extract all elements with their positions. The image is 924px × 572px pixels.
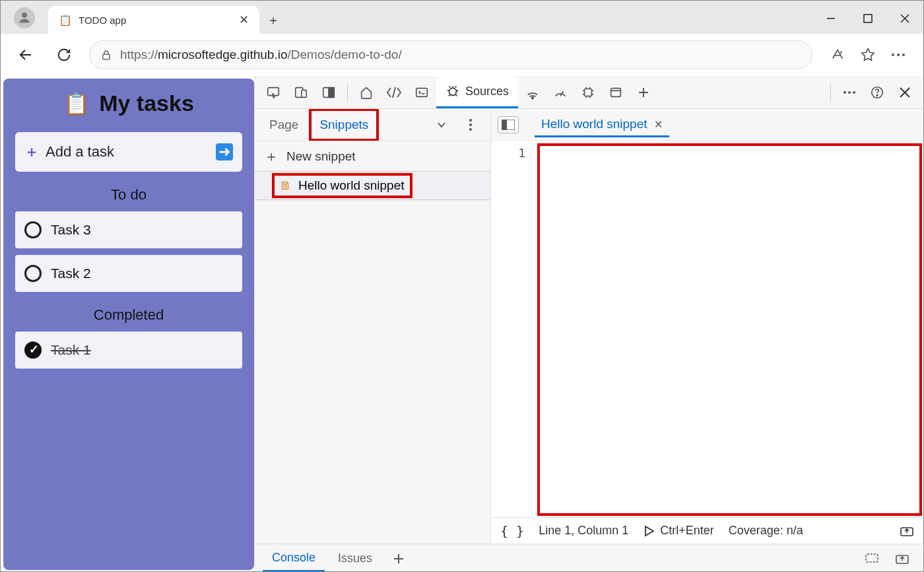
new-tab-button[interactable]: ＋ <box>259 6 287 34</box>
task-label: Task 2 <box>51 266 91 281</box>
window-maximize-button[interactable] <box>849 3 886 34</box>
new-snippet-button[interactable]: ＋ New snippet <box>255 141 490 171</box>
window-close-button[interactable] <box>886 3 923 34</box>
browser-tab-title: TODO app <box>79 15 230 26</box>
snippet-item[interactable]: 🗎 Hello world snippet <box>255 171 490 200</box>
run-snippet-button[interactable]: Ctrl+Enter <box>643 524 714 538</box>
highlight-box <box>537 143 922 516</box>
svg-point-29 <box>469 128 472 131</box>
task-label: Task 3 <box>51 222 91 238</box>
devtools-toolbar: Sources <box>255 76 923 109</box>
svg-rect-4 <box>103 54 110 59</box>
coverage-status: Coverage: n/a <box>729 524 803 538</box>
url-text: https://microsoftedge.github.io/Demos/de… <box>120 48 402 62</box>
app-panel: 📋 My tasks ＋ Add a task ➜ To do Task 3 T… <box>3 79 254 570</box>
add-task-input[interactable]: ＋ Add a task ➜ <box>15 132 242 172</box>
add-task-label: Add a task <box>46 143 114 161</box>
svg-point-28 <box>469 124 472 126</box>
svg-point-5 <box>892 54 894 56</box>
toggle-navigator-button[interactable] <box>498 116 519 133</box>
pretty-print-button[interactable]: { } <box>500 523 524 539</box>
submit-task-button[interactable]: ➜ <box>216 143 233 161</box>
lock-icon <box>100 49 112 61</box>
editor-tab-label: Hello world snippet <box>541 117 647 131</box>
task-item[interactable]: Task 2 <box>15 255 242 292</box>
window-minimize-button[interactable] <box>812 3 849 34</box>
svg-point-15 <box>532 96 534 98</box>
clipboard-icon: 📋 <box>63 91 90 116</box>
memory-tab-icon[interactable] <box>575 79 601 106</box>
drawer-issues-icon[interactable] <box>859 546 885 572</box>
add-drawer-tab-button[interactable] <box>385 546 412 572</box>
sources-tab[interactable]: Sources <box>436 77 518 108</box>
svg-point-20 <box>843 91 846 94</box>
line-number: 1 <box>491 141 537 517</box>
favorite-button[interactable] <box>855 42 881 68</box>
svg-point-22 <box>853 91 855 94</box>
snippets-tab[interactable]: Snippets <box>309 109 379 141</box>
code-editor[interactable]: 1 <box>491 141 923 517</box>
console-tab-icon[interactable] <box>409 79 435 106</box>
svg-rect-12 <box>329 87 334 97</box>
snippet-file-icon: 🗎 <box>280 179 292 193</box>
settings-menu-button[interactable] <box>885 42 911 68</box>
svg-rect-35 <box>866 554 878 562</box>
navigator-tabs: Page Snippets <box>255 109 490 141</box>
performance-tab-icon[interactable] <box>547 79 574 106</box>
dock-icon[interactable] <box>315 79 342 106</box>
more-tabs-button[interactable] <box>630 79 657 106</box>
welcome-tab-icon[interactable] <box>353 79 380 106</box>
console-drawer: Console Issues <box>255 544 923 572</box>
issues-tab[interactable]: Issues <box>329 546 381 571</box>
plus-icon: ＋ <box>264 147 279 166</box>
profile-avatar[interactable] <box>14 7 35 28</box>
svg-rect-13 <box>416 88 428 96</box>
device-toggle-icon[interactable] <box>288 79 314 106</box>
close-editor-tab-button[interactable]: ✕ <box>654 118 663 131</box>
svg-rect-1 <box>864 15 872 22</box>
url-field[interactable]: https://microsoftedge.github.io/Demos/de… <box>89 40 812 69</box>
navigator-dropdown-button[interactable] <box>428 112 455 138</box>
svg-rect-17 <box>611 88 621 96</box>
cursor-position: Line 1, Column 1 <box>539 524 628 538</box>
help-button[interactable] <box>864 79 890 106</box>
task-check-icon[interactable] <box>24 265 42 282</box>
editor-tab[interactable]: Hello world snippet ✕ <box>535 112 669 137</box>
svg-rect-16 <box>585 89 592 96</box>
clipboard-icon: 📋 <box>59 14 72 26</box>
task-item[interactable]: Task 3 <box>15 211 242 248</box>
browser-tab[interactable]: 📋 TODO app ✕ <box>48 6 259 34</box>
back-button[interactable] <box>13 42 39 68</box>
svg-point-21 <box>848 91 851 94</box>
close-devtools-button[interactable] <box>892 79 918 106</box>
inspect-icon[interactable] <box>260 79 286 106</box>
task-check-icon[interactable] <box>24 341 42 359</box>
console-tab[interactable]: Console <box>263 546 325 572</box>
task-check-icon[interactable] <box>24 221 42 238</box>
address-bar: https://microsoftedge.github.io/Demos/de… <box>1 34 923 76</box>
navigator-more-button[interactable] <box>457 112 484 138</box>
network-tab-icon[interactable] <box>519 79 546 106</box>
svg-point-7 <box>902 54 905 56</box>
todo-heading: To do <box>15 186 242 203</box>
new-snippet-label: New snippet <box>286 149 356 164</box>
more-options-button[interactable] <box>836 79 863 106</box>
app-title: 📋 My tasks <box>15 90 242 116</box>
source-map-button[interactable] <box>900 525 914 537</box>
task-item[interactable]: Task 1 <box>15 332 242 369</box>
close-tab-button[interactable]: ✕ <box>236 10 251 30</box>
svg-point-6 <box>897 54 900 56</box>
svg-point-24 <box>876 94 878 96</box>
svg-point-14 <box>449 88 457 95</box>
svg-point-27 <box>469 119 472 122</box>
drawer-expand-icon[interactable] <box>889 546 915 572</box>
page-tab[interactable]: Page <box>261 111 306 139</box>
refresh-button[interactable] <box>51 42 77 68</box>
application-tab-icon[interactable] <box>603 79 629 106</box>
completed-heading: Completed <box>15 306 242 324</box>
read-aloud-button[interactable] <box>824 42 851 68</box>
task-label: Task 1 <box>51 342 91 358</box>
editor-status-bar: { } Line 1, Column 1 Ctrl+Enter Coverage… <box>491 517 923 544</box>
elements-tab-icon[interactable] <box>381 79 407 106</box>
snippet-name: Hello world snippet <box>298 178 405 193</box>
